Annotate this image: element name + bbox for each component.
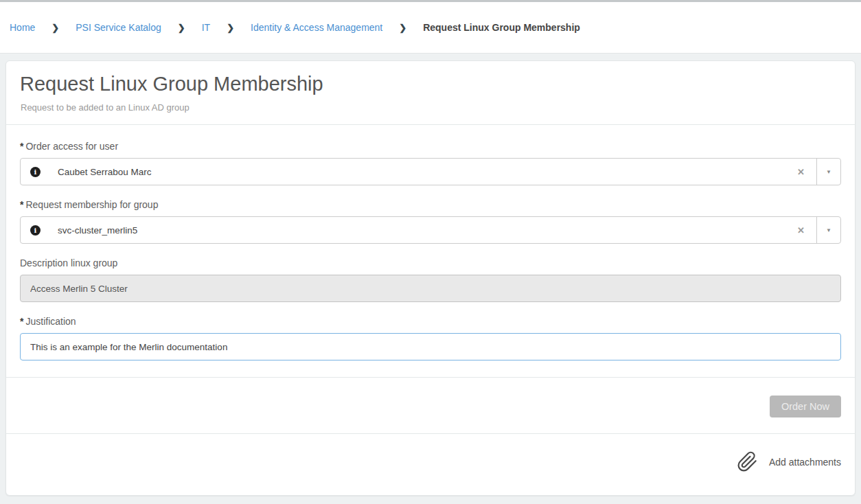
group-reference-dropdown-toggle[interactable]: ▼ bbox=[816, 217, 840, 243]
order-now-button[interactable]: Order Now bbox=[770, 396, 841, 417]
field-request-membership-for-group: *Request membership for group i svc-clus… bbox=[20, 198, 841, 244]
required-marker: * bbox=[20, 141, 23, 152]
attachments-row: Add attachments bbox=[6, 433, 855, 493]
description-linux-group-input bbox=[20, 275, 841, 302]
breadcrumb-link-home[interactable]: Home bbox=[10, 22, 35, 33]
clear-icon[interactable]: ✕ bbox=[797, 225, 805, 236]
user-reference-value: Caubet Serrabou Marc bbox=[58, 167, 152, 177]
group-reference-value: svc-cluster_merlin5 bbox=[58, 225, 137, 236]
field-label-text: Order access for user bbox=[25, 141, 118, 152]
user-reference-select: i Caubet Serrabou Marc ✕ ▼ bbox=[20, 158, 841, 185]
field-label: *Justification bbox=[20, 315, 841, 328]
info-icon[interactable]: i bbox=[30, 225, 41, 236]
group-reference-select: i svc-cluster_merlin5 ✕ ▼ bbox=[20, 216, 841, 244]
chevron-right-icon: ❯ bbox=[51, 23, 59, 33]
actions-row: Order Now bbox=[6, 377, 855, 433]
group-reference-select-main[interactable]: i svc-cluster_merlin5 ✕ bbox=[21, 217, 816, 243]
form-body: *Order access for user i Caubet Serrabou… bbox=[6, 124, 855, 377]
breadcrumb-link-psi-service-katalog[interactable]: PSI Service Katalog bbox=[76, 22, 161, 33]
clear-icon[interactable]: ✕ bbox=[797, 167, 805, 177]
breadcrumb-link-identity-access-management[interactable]: Identity & Access Management bbox=[251, 22, 382, 33]
breadcrumb-current: Request Linux Group Membership bbox=[423, 22, 580, 33]
card-header: Request Linux Group Membership Request t… bbox=[6, 61, 855, 124]
chevron-right-icon: ❯ bbox=[178, 23, 185, 33]
page-subtitle: Request to be added to an Linux AD group bbox=[21, 102, 841, 113]
field-label: *Request membership for group bbox=[20, 198, 841, 211]
chevron-right-icon: ❯ bbox=[399, 23, 406, 33]
field-label-text: Justification bbox=[25, 316, 76, 327]
justification-input[interactable] bbox=[20, 333, 841, 360]
breadcrumb: Home ❯ PSI Service Katalog ❯ IT ❯ Identi… bbox=[10, 22, 580, 33]
page-title: Request Linux Group Membership bbox=[20, 71, 841, 96]
caret-down-icon: ▼ bbox=[826, 227, 831, 233]
breadcrumb-bar: Home ❯ PSI Service Katalog ❯ IT ❯ Identi… bbox=[0, 0, 861, 54]
breadcrumb-link-it[interactable]: IT bbox=[202, 22, 210, 33]
info-icon[interactable]: i bbox=[30, 167, 41, 177]
chevron-right-icon: ❯ bbox=[227, 23, 234, 33]
field-justification: *Justification bbox=[20, 315, 841, 360]
catalog-item-card: Request Linux Group Membership Request t… bbox=[5, 60, 856, 496]
required-marker: * bbox=[20, 199, 23, 210]
field-description-linux-group: Description linux group bbox=[20, 257, 841, 302]
caret-down-icon: ▼ bbox=[826, 169, 831, 175]
field-label-text: Description linux group bbox=[20, 257, 117, 268]
field-order-access-for-user: *Order access for user i Caubet Serrabou… bbox=[20, 140, 841, 185]
user-reference-dropdown-toggle[interactable]: ▼ bbox=[816, 159, 840, 185]
user-reference-select-main[interactable]: i Caubet Serrabou Marc ✕ bbox=[21, 159, 816, 185]
required-marker: * bbox=[20, 316, 23, 327]
field-label: *Order access for user bbox=[20, 140, 841, 152]
field-label: Description linux group bbox=[20, 257, 841, 269]
field-label-text: Request membership for group bbox=[25, 199, 158, 210]
paperclip-icon[interactable] bbox=[737, 451, 758, 472]
add-attachments-label[interactable]: Add attachments bbox=[769, 457, 841, 468]
